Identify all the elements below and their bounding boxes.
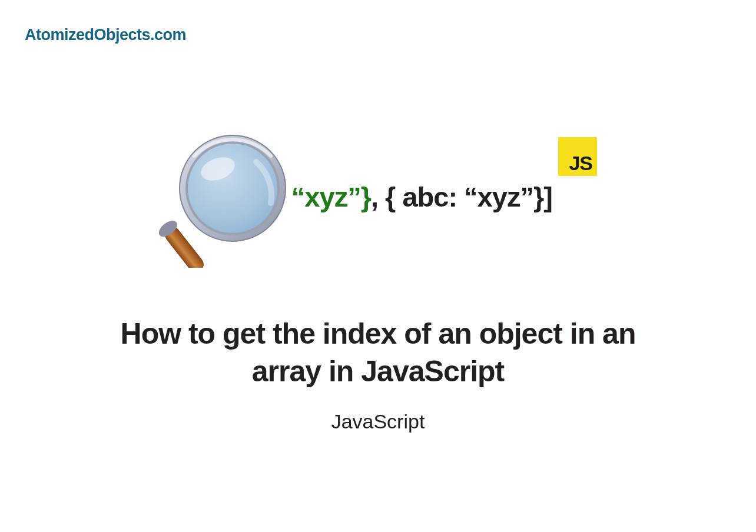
js-badge-label: JS (569, 152, 592, 175)
code-separator: , (371, 181, 385, 212)
svg-point-2 (156, 218, 180, 240)
code-close-bracket: ] (543, 181, 552, 212)
code-normal-object: { abc: “xyz”} (385, 181, 543, 212)
code-snippet: [{ abc: “xyz”}, { abc: “xyz”}] (204, 181, 552, 213)
category-label: JavaScript (331, 410, 425, 433)
js-badge: JS (558, 137, 597, 176)
code-highlighted-object: { abc: “xyz”} (213, 181, 371, 212)
hero-area: JS [{ abc: “xyz”}, { abc: “xyz”}] (0, 132, 756, 433)
svg-rect-1 (162, 224, 207, 268)
code-open-bracket: [ (204, 181, 213, 212)
article-title: How to get the index of an object in an … (95, 315, 661, 390)
site-logo[interactable]: AtomizedObjects.com (25, 26, 186, 44)
svg-rect-0 (162, 224, 207, 268)
code-illustration: JS [{ abc: “xyz”}, { abc: “xyz”}] (0, 132, 756, 256)
